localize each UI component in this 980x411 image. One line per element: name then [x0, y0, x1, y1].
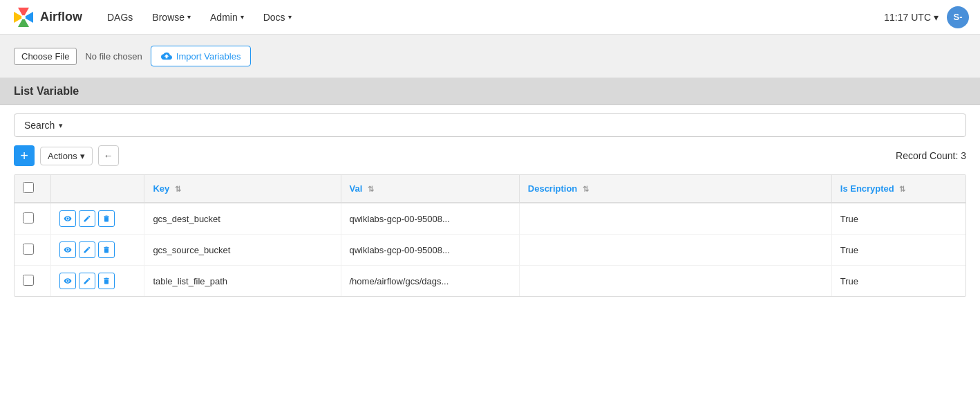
th-actions — [50, 175, 144, 203]
view-button-0[interactable] — [59, 210, 76, 227]
select-all-checkbox[interactable] — [23, 182, 34, 193]
nav-admin-caret: ▾ — [241, 13, 244, 21]
row-description — [519, 266, 831, 297]
actions-caret: ▾ — [80, 151, 85, 161]
row-key: gcs_dest_bucket — [144, 203, 341, 235]
row-checkbox-cell — [15, 235, 50, 266]
file-upload-area: Choose File No file chosen Import Variab… — [0, 35, 980, 78]
upload-cloud-icon — [161, 51, 172, 62]
view-button-2[interactable] — [59, 273, 76, 289]
key-sort-icon: ⇅ — [175, 185, 181, 193]
navbar: Airflow DAGs Browse ▾ Admin ▾ Docs ▾ 11:… — [0, 0, 980, 35]
search-caret: ▾ — [59, 121, 63, 130]
th-is-encrypted[interactable]: Is Encrypted ⇅ — [831, 175, 965, 203]
th-val[interactable]: Val ⇅ — [341, 175, 519, 203]
row-description — [519, 203, 831, 235]
time-text: 11:17 UTC — [884, 12, 931, 23]
nav-browse-caret: ▾ — [187, 13, 191, 21]
nav-browse[interactable]: Browse ▾ — [144, 6, 199, 28]
nav-dags-label: DAGs — [107, 12, 133, 23]
brand-link[interactable]: Airflow — [11, 5, 82, 30]
record-count-value: 3 — [961, 150, 966, 161]
th-description[interactable]: Description ⇅ — [519, 175, 831, 203]
nav-dags[interactable]: DAGs — [99, 6, 141, 28]
nav-docs-caret: ▾ — [288, 13, 292, 21]
record-count-label: Record Count: — [896, 150, 958, 161]
svg-point-4 — [21, 15, 26, 19]
row-checkbox-cell — [15, 203, 50, 235]
row-is-encrypted: True — [831, 203, 965, 235]
toolbar: + Actions ▾ ← Record Count: 3 — [14, 145, 966, 166]
delete-button-1[interactable] — [98, 241, 115, 258]
user-avatar[interactable]: S- — [947, 6, 969, 28]
time-display[interactable]: 11:17 UTC ▾ — [884, 12, 939, 23]
row-checkbox-1[interactable] — [23, 244, 34, 255]
nav-browse-label: Browse — [152, 12, 185, 23]
row-actions-cell — [50, 266, 144, 297]
navbar-right: 11:17 UTC ▾ S- — [884, 6, 969, 28]
edit-button-2[interactable] — [79, 273, 95, 289]
section-header: List Variable — [0, 78, 980, 105]
row-val: qwiklabs-gcp-00-95008... — [341, 235, 519, 266]
row-key: gcs_source_bucket — [144, 235, 341, 266]
val-sort-icon: ⇅ — [368, 185, 374, 193]
row-is-encrypted: True — [831, 266, 965, 297]
main-content: Search ▾ + Actions ▾ ← Record Count: 3 — [0, 113, 980, 297]
edit-button-1[interactable] — [79, 241, 95, 258]
user-initials: S- — [954, 12, 963, 22]
airflow-logo — [11, 5, 36, 30]
time-caret: ▾ — [934, 12, 939, 23]
row-checkbox-cell — [15, 266, 50, 297]
delete-button-0[interactable] — [98, 210, 115, 227]
table-body: gcs_dest_bucket qwiklabs-gcp-00-95008...… — [15, 203, 965, 296]
delete-button-2[interactable] — [98, 273, 115, 289]
search-label: Search — [24, 120, 55, 131]
nav-admin-label: Admin — [210, 12, 238, 23]
nav-docs-label: Docs — [263, 12, 285, 23]
search-bar[interactable]: Search ▾ — [14, 113, 966, 137]
row-is-encrypted: True — [831, 235, 965, 266]
import-variables-button[interactable]: Import Variables — [151, 46, 252, 66]
table-row: gcs_source_bucket qwiklabs-gcp-00-95008.… — [15, 235, 965, 266]
actions-button[interactable]: Actions ▾ — [40, 147, 93, 165]
row-description — [519, 235, 831, 266]
row-checkbox-2[interactable] — [23, 275, 34, 286]
variables-table: Key ⇅ Val ⇅ Description ⇅ Is Encrypted ⇅ — [15, 175, 965, 296]
table-header-row: Key ⇅ Val ⇅ Description ⇅ Is Encrypted ⇅ — [15, 175, 965, 203]
row-actions-cell — [50, 203, 144, 235]
brand-name: Airflow — [40, 10, 82, 24]
table-row: gcs_dest_bucket qwiklabs-gcp-00-95008...… — [15, 203, 965, 235]
row-key: table_list_file_path — [144, 266, 341, 297]
choose-file-button[interactable]: Choose File — [14, 48, 77, 65]
edit-button-0[interactable] — [79, 210, 95, 227]
nav-docs[interactable]: Docs ▾ — [255, 6, 300, 28]
back-icon: ← — [104, 150, 113, 161]
add-button[interactable]: + — [14, 145, 35, 166]
import-variables-label: Import Variables — [176, 51, 241, 62]
variables-table-container: Key ⇅ Val ⇅ Description ⇅ Is Encrypted ⇅ — [14, 174, 966, 297]
row-val: qwiklabs-gcp-00-95008... — [341, 203, 519, 235]
table-row: table_list_file_path /home/airflow/gcs/d… — [15, 266, 965, 297]
record-count: Record Count: 3 — [896, 150, 966, 161]
view-button-1[interactable] — [59, 241, 76, 258]
row-actions-cell — [50, 235, 144, 266]
actions-label: Actions — [48, 151, 77, 161]
back-button[interactable]: ← — [98, 145, 119, 166]
th-checkbox — [15, 175, 50, 203]
th-key[interactable]: Key ⇅ — [144, 175, 341, 203]
nav-menu: DAGs Browse ▾ Admin ▾ Docs ▾ — [99, 6, 884, 28]
nav-admin[interactable]: Admin ▾ — [202, 6, 252, 28]
encrypted-sort-icon: ⇅ — [899, 185, 905, 193]
row-val: /home/airflow/gcs/dags... — [341, 266, 519, 297]
desc-sort-icon: ⇅ — [583, 185, 589, 193]
row-checkbox-0[interactable] — [23, 212, 34, 223]
section-title: List Variable — [14, 85, 79, 97]
no-file-text: No file chosen — [85, 51, 142, 62]
